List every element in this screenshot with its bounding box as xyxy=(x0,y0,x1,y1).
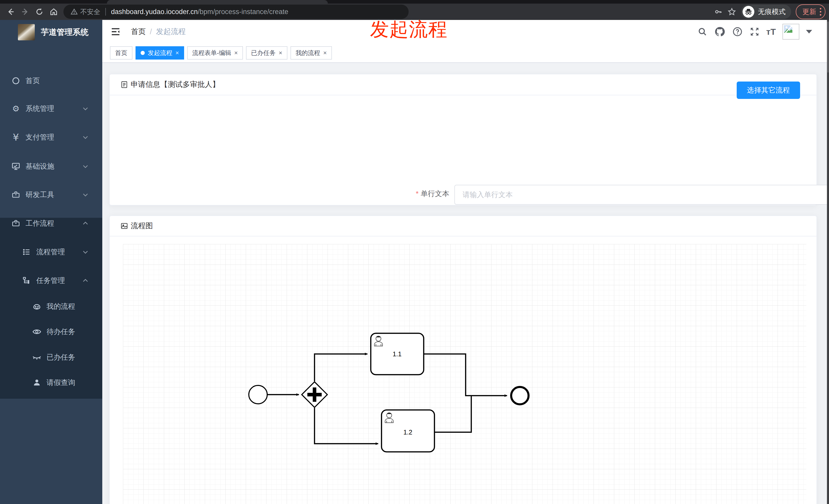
update-button[interactable]: 更新 xyxy=(796,4,825,19)
choose-other-process-button[interactable]: 选择其它流程 xyxy=(737,81,800,99)
browser-active-tab[interactable] xyxy=(107,0,328,4)
chevron-down-icon xyxy=(82,105,89,112)
eye-icon xyxy=(32,326,42,337)
key-icon[interactable] xyxy=(714,7,723,16)
app-header: 首页 / 发起流程 тT xyxy=(102,20,829,43)
close-icon[interactable]: × xyxy=(323,50,327,56)
url-divider xyxy=(105,8,106,15)
sidebar-item-done-tasks[interactable]: 已办任务 xyxy=(0,345,102,370)
tab-process-form-edit[interactable]: 流程表单-编辑 × xyxy=(187,46,243,60)
breadcrumb-home[interactable]: 首页 xyxy=(131,27,146,37)
sidebar-item-leave-query[interactable]: 请假查询 xyxy=(0,370,102,395)
star-icon[interactable] xyxy=(727,7,736,16)
incognito-icon xyxy=(743,6,754,17)
sidebar-item-workflow[interactable]: 工作流程 xyxy=(0,209,102,238)
diagram-card-title: 流程图 xyxy=(131,221,153,231)
sidebar-collapse-icon[interactable] xyxy=(110,27,121,37)
github-icon[interactable] xyxy=(714,26,725,37)
breadcrumb-separator: / xyxy=(150,28,152,36)
font-size-icon[interactable]: тT xyxy=(766,27,776,37)
tab-my-process[interactable]: 我的流程 × xyxy=(290,46,332,60)
warning-icon xyxy=(71,8,78,15)
bpmn-start-event[interactable] xyxy=(249,385,267,404)
browser-menu-icon[interactable] xyxy=(820,8,821,15)
chevron-down-icon xyxy=(82,163,89,170)
fullscreen-icon[interactable] xyxy=(750,27,760,37)
required-mark: * xyxy=(416,190,419,198)
logo[interactable]: 芋道管理系统 xyxy=(0,20,102,44)
monitor-icon xyxy=(11,161,21,171)
task-label: 1.1 xyxy=(393,350,402,357)
bpmn-diagram: 1.1 1.2 xyxy=(123,244,806,504)
url-bar[interactable]: 不安全 dashboard.yudao.iocoder.cn /bpm/proc… xyxy=(63,5,409,19)
tab-done-tasks[interactable]: 已办任务 × xyxy=(246,46,287,60)
active-dot xyxy=(141,51,145,55)
bpmn-end-event[interactable] xyxy=(511,387,529,404)
close-icon[interactable]: × xyxy=(234,50,238,56)
incognito-label: 无痕模式 xyxy=(758,7,786,16)
broken-image-icon xyxy=(784,25,794,34)
sidebar-item-infrastructure[interactable]: 基础设施 xyxy=(0,152,102,181)
tag-bar: 首页 发起流程 × 流程表单-编辑 × 已办任务 × 我的流程 × xyxy=(102,43,829,63)
close-icon[interactable]: × xyxy=(279,50,282,56)
logo-title: 芋道管理系统 xyxy=(41,27,88,38)
sidebar-item-task-management[interactable]: 任务管理 xyxy=(0,266,102,295)
flow-gateway-to-task1 xyxy=(315,354,367,381)
tab-start-process[interactable]: 发起流程 × xyxy=(136,46,184,60)
task-tree-icon xyxy=(22,275,32,286)
plus-icon xyxy=(313,387,316,402)
flow-task2-to-end xyxy=(435,396,471,432)
page-scrollbar[interactable] xyxy=(827,20,829,504)
gear-icon: ⚙ xyxy=(11,104,21,114)
form-card-header: 申请信息【测试多审批人】 xyxy=(110,74,817,95)
bpmn-user-task-2[interactable]: 1.2 xyxy=(382,410,434,452)
yen-icon: ¥ xyxy=(11,132,21,142)
document-icon xyxy=(120,81,128,88)
briefcase-icon xyxy=(11,218,21,229)
forward-icon[interactable] xyxy=(18,5,32,19)
form-card-title: 申请信息【测试多审批人】 xyxy=(131,79,220,90)
url-path: /bpm/process-instance/create xyxy=(197,8,288,16)
reload-icon[interactable] xyxy=(32,5,46,19)
sidebar-item-my-process[interactable]: 我的流程 xyxy=(0,294,102,319)
help-icon[interactable] xyxy=(732,26,743,37)
search-icon[interactable] xyxy=(697,27,708,37)
flow-task1-to-end xyxy=(424,354,507,396)
security-chip[interactable]: 不安全 xyxy=(71,7,100,16)
avatar[interactable] xyxy=(783,24,799,40)
sidebar-item-devtools[interactable]: 研发工具 xyxy=(0,181,102,209)
chevron-up-icon xyxy=(82,277,89,284)
single-line-text-input[interactable] xyxy=(455,185,829,205)
bpmn-user-task-1[interactable]: 1.1 xyxy=(371,333,424,375)
scrollbar-thumb[interactable] xyxy=(827,22,829,73)
sidebar-item-process-management[interactable]: 流程管理 xyxy=(0,238,102,266)
text-field-label: *单行文本 xyxy=(342,189,449,199)
eye-closed-icon xyxy=(32,352,42,362)
sidebar-item-payment[interactable]: ¥ 支付管理 xyxy=(0,123,102,152)
back-icon[interactable] xyxy=(4,5,18,19)
chevron-down-icon xyxy=(82,248,89,256)
annotation-title: 发起流程 xyxy=(370,17,448,42)
chevron-down-icon xyxy=(82,191,89,198)
home-icon[interactable] xyxy=(46,5,61,19)
avatar-caret-icon[interactable] xyxy=(806,30,812,34)
tab-home[interactable]: 首页 xyxy=(110,46,133,60)
process-list-icon xyxy=(22,247,32,257)
toolbox-icon xyxy=(11,190,21,200)
sidebar-item-todo-tasks[interactable]: 待办任务 xyxy=(0,319,102,345)
incognito-badge: 无痕模式 xyxy=(741,5,791,19)
sidebar: 芋道管理系统 首页 ⚙ 系统管理 ¥ 支付管理 基础设施 研发工具 工 xyxy=(0,20,102,504)
process-diagram-card: 流程图 xyxy=(109,216,817,504)
update-label: 更新 xyxy=(802,7,816,16)
chevron-up-icon xyxy=(82,220,89,227)
task-label: 1.2 xyxy=(403,429,412,436)
security-label: 不安全 xyxy=(80,7,100,16)
bpmn-canvas[interactable]: 1.1 1.2 xyxy=(123,244,806,504)
breadcrumb: 首页 / 发起流程 xyxy=(131,20,186,43)
application-form-card: 申请信息【测试多审批人】 选择其它流程 *单行文本 *多选框组 选项一 选项二 … xyxy=(109,74,817,205)
sidebar-item-home[interactable]: 首页 xyxy=(0,67,102,95)
flow-gateway-to-task2 xyxy=(315,408,378,444)
bpmn-parallel-gateway[interactable] xyxy=(302,382,327,408)
close-icon[interactable]: × xyxy=(175,50,179,56)
sidebar-item-system[interactable]: ⚙ 系统管理 xyxy=(0,94,102,123)
